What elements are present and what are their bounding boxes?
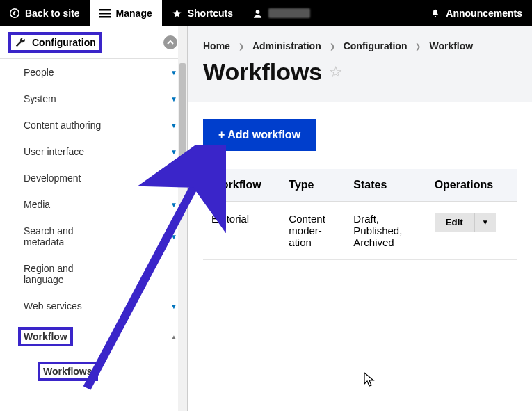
sidebar-header: Configuration	[0, 26, 187, 59]
sidebar-item-web-services[interactable]: Web services▼	[0, 293, 187, 319]
back-to-site-button[interactable]: Back to site	[0, 0, 90, 26]
collapse-up-icon[interactable]	[163, 35, 177, 49]
cell-type: Content moder­ation	[280, 202, 345, 260]
svg-point-0	[10, 9, 19, 17]
breadcrumb-home[interactable]: Home	[203, 40, 230, 51]
page-header: Home ❯ Administration ❯ Configuration ❯ …	[188, 26, 532, 102]
sidebar-header-label[interactable]: Configuration	[32, 37, 96, 48]
chevron-down-icon: ▼	[170, 201, 177, 209]
chevron-down-icon: ▼	[482, 218, 489, 226]
shortcuts-label: Shortcuts	[188, 8, 233, 19]
table-row: Editorial Content moder­ation Draft, Pub…	[203, 202, 517, 260]
col-workflow: Workflow	[203, 169, 280, 202]
sidebar-list: People▼ System▼ Content authoring▼ User …	[0, 59, 187, 411]
wrench-icon	[14, 36, 26, 49]
sidebar-item-people[interactable]: People▼	[0, 59, 187, 86]
svg-point-4	[256, 10, 260, 14]
chevron-down-icon: ▼	[170, 175, 177, 182]
announcements-label: Announcements	[446, 8, 522, 19]
breadcrumb-workflow[interactable]: Workflow	[429, 40, 473, 51]
sidebar-item-search-metadata[interactable]: Search and metadata▼	[0, 218, 187, 255]
chevron-right-icon: ❯	[239, 42, 244, 50]
edit-button[interactable]: Edit	[435, 213, 474, 232]
sidebar-item-development[interactable]: Development▼	[0, 165, 187, 191]
sidebar-item-system[interactable]: System▼	[0, 86, 187, 112]
svg-rect-2	[99, 13, 111, 15]
cell-operations: Edit ▼	[426, 202, 517, 260]
chevron-left-icon	[10, 8, 19, 18]
username-obscured	[268, 8, 310, 18]
col-states: States	[345, 169, 426, 202]
breadcrumb: Home ❯ Administration ❯ Configuration ❯ …	[203, 40, 517, 51]
sidebar-item-region-language[interactable]: Region and language	[0, 255, 187, 293]
announcements-button[interactable]: Announcements	[421, 0, 532, 26]
chevron-up-icon: ▲	[170, 333, 177, 341]
chevron-right-icon: ❯	[330, 42, 335, 50]
star-outline-icon[interactable]: ☆	[329, 63, 343, 81]
shortcuts-button[interactable]: Shortcuts	[162, 0, 243, 26]
admin-sidebar: Configuration People▼ System▼ Content au…	[0, 26, 188, 411]
chevron-down-icon: ▼	[170, 122, 177, 129]
col-operations: Operations	[426, 169, 517, 202]
operations-dropdown-button[interactable]: ▼	[474, 213, 496, 232]
chevron-down-icon: ▼	[170, 95, 177, 103]
sidebar-item-media[interactable]: Media▼	[0, 191, 187, 218]
chevron-down-icon: ▼	[170, 148, 177, 156]
user-icon	[252, 8, 263, 19]
user-menu-button[interactable]	[243, 0, 320, 26]
svg-rect-3	[99, 16, 111, 18]
svg-rect-1	[99, 9, 111, 11]
main-content: Home ❯ Administration ❯ Configuration ❯ …	[188, 26, 532, 411]
back-to-site-label: Back to site	[25, 8, 80, 19]
breadcrumb-configuration[interactable]: Configuration	[344, 40, 408, 51]
breadcrumb-administration[interactable]: Administration	[252, 40, 321, 51]
scrollbar-thumb[interactable]	[179, 63, 186, 157]
chevron-down-icon: ▼	[170, 69, 177, 76]
add-workflow-button[interactable]: + Add workflow	[203, 119, 316, 151]
cell-states: Draft, Published, Archived	[345, 202, 426, 260]
sidebar-item-content-authoring[interactable]: Content authoring▼	[0, 112, 187, 138]
sidebar-item-workflow[interactable]: Workflow ▲	[0, 319, 187, 354]
hamburger-icon	[99, 8, 111, 18]
chevron-down-icon: ▼	[170, 303, 177, 310]
top-toolbar: Back to site Manage Shortcuts Announceme…	[0, 0, 532, 26]
star-icon	[172, 8, 182, 19]
table-header-row: Workflow Type States Operations	[203, 169, 517, 202]
sidebar-item-workflows[interactable]: Workflows	[0, 354, 187, 389]
chevron-right-icon: ❯	[415, 42, 421, 50]
manage-button[interactable]: Manage	[90, 0, 162, 26]
sidebar-item-user-interface[interactable]: User interface▼	[0, 138, 187, 165]
page-title: Workflows	[203, 58, 322, 86]
sidebar-scrollbar[interactable]	[178, 26, 187, 411]
cell-workflow: Editorial	[203, 202, 280, 260]
workflows-table: Workflow Type States Operations Editoria…	[203, 169, 517, 260]
col-type: Type	[280, 169, 345, 202]
manage-label: Manage	[116, 8, 152, 19]
bell-icon	[430, 8, 440, 19]
chevron-down-icon: ▼	[170, 233, 177, 241]
